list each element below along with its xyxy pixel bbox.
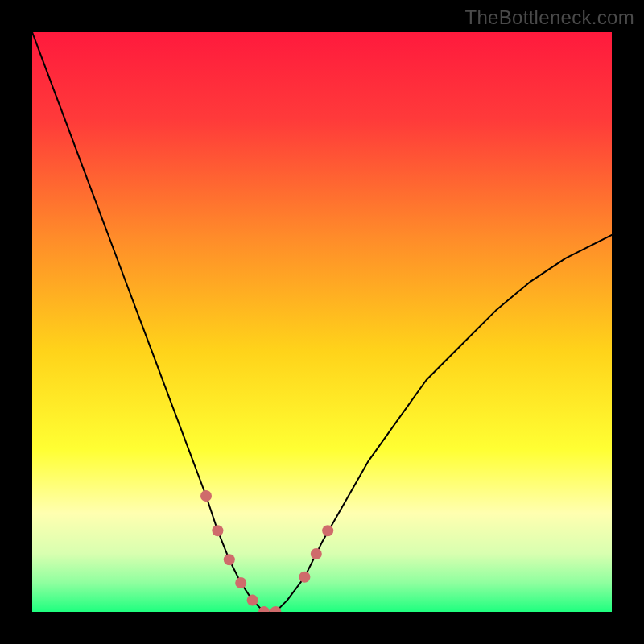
- marker-dot: [299, 572, 310, 583]
- marker-dot: [212, 525, 223, 536]
- plot-area: [32, 32, 612, 612]
- gradient-background: [32, 32, 612, 612]
- watermark-text: TheBottleneck.com: [464, 6, 634, 29]
- chart-frame: TheBottleneck.com: [0, 0, 644, 644]
- bottleneck-chart: [32, 32, 612, 612]
- marker-dot: [322, 525, 333, 536]
- marker-dot: [247, 595, 258, 606]
- marker-dot: [200, 490, 212, 502]
- marker-dot: [235, 577, 246, 588]
- marker-dot: [224, 554, 235, 565]
- marker-dot: [311, 548, 322, 559]
